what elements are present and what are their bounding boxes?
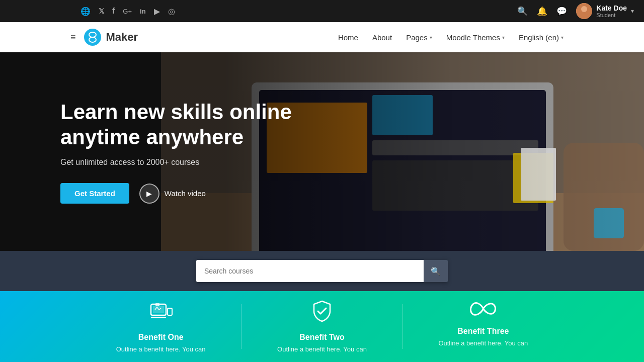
user-role: Student bbox=[596, 12, 627, 18]
benefit-two-title: Benefit Two bbox=[299, 333, 344, 342]
benefit-one: Benefit One Outline a benefit here. You … bbox=[80, 299, 241, 354]
search-button[interactable]: 🔍 bbox=[424, 260, 448, 282]
benefit-one-title: Benefit One bbox=[138, 333, 184, 342]
nav-links: Home About Pages ▾ Moodle Themes ▾ Engli… bbox=[338, 33, 564, 42]
svg-rect-20 bbox=[168, 308, 172, 315]
home-link[interactable]: Home bbox=[338, 33, 358, 42]
user-name: Kate Doe bbox=[596, 4, 627, 12]
search-icon[interactable]: 🔍 bbox=[517, 6, 528, 17]
user-menu-chevron: ▾ bbox=[631, 8, 634, 15]
search-input[interactable] bbox=[196, 260, 424, 282]
logo-icon bbox=[84, 29, 101, 46]
top-bar: 🌐 𝕏 f G+ in ▶ ◎ 🔍 🔔 💬 Kate Doe Student ▾ bbox=[0, 0, 644, 22]
twitter-icon[interactable]: 𝕏 bbox=[99, 7, 104, 15]
device-benefit-icon bbox=[149, 299, 173, 328]
benefit-one-desc: Outline a benefit here. You can bbox=[116, 345, 206, 354]
linkedin-icon[interactable]: in bbox=[140, 8, 146, 15]
shield-benefit-icon bbox=[310, 299, 334, 328]
hero-content: Learn new skills online anytime anywhere… bbox=[60, 100, 292, 204]
benefit-three: Benefit Three Outline a benefit here. Yo… bbox=[403, 299, 564, 354]
benefits-section: Benefit One Outline a benefit here. You … bbox=[0, 291, 644, 362]
svg-point-1 bbox=[581, 6, 587, 12]
hero-title: Learn new skills online anytime anywhere bbox=[60, 100, 292, 150]
message-icon[interactable]: 💬 bbox=[556, 6, 567, 17]
infinity-benefit-icon bbox=[469, 299, 497, 322]
watch-video-label: Watch video bbox=[165, 189, 206, 198]
hero-actions: Get Started ▶ Watch video bbox=[60, 183, 292, 204]
logo-text: Maker bbox=[106, 31, 138, 44]
language-dropdown[interactable]: English (en) ▾ bbox=[519, 33, 564, 42]
benefit-three-desc: Outline a benefit here. You can bbox=[438, 339, 528, 348]
svg-rect-18 bbox=[153, 306, 164, 313]
benefit-two-desc: Outline a benefit here. You can bbox=[277, 345, 367, 354]
globe-icon[interactable]: 🌐 bbox=[80, 7, 91, 16]
main-nav: ≡ Maker Home About Pages ▾ Moodle Themes… bbox=[0, 22, 644, 52]
pages-dropdown[interactable]: Pages ▾ bbox=[406, 33, 432, 42]
search-button-icon: 🔍 bbox=[431, 266, 441, 276]
benefit-three-title: Benefit Three bbox=[457, 327, 509, 336]
moodle-themes-caret: ▾ bbox=[502, 35, 505, 40]
notification-icon[interactable]: 🔔 bbox=[537, 6, 547, 17]
benefit-two: Benefit Two Outline a benefit here. You … bbox=[242, 299, 402, 354]
hamburger-menu[interactable]: ≡ bbox=[70, 32, 76, 43]
instagram-icon[interactable]: ◎ bbox=[168, 7, 175, 16]
social-links: 🌐 𝕏 f G+ in ▶ ◎ bbox=[80, 7, 175, 16]
hero-section: Learn new skills online anytime anywhere… bbox=[0, 52, 644, 251]
get-started-button[interactable]: Get Started bbox=[60, 183, 129, 204]
google-plus-icon[interactable]: G+ bbox=[123, 8, 132, 15]
youtube-icon[interactable]: ▶ bbox=[154, 7, 160, 16]
user-menu[interactable]: Kate Doe Student ▾ bbox=[576, 3, 634, 19]
logo: ≡ Maker bbox=[70, 29, 138, 46]
language-label: English (en) bbox=[519, 33, 559, 42]
about-link[interactable]: About bbox=[372, 33, 392, 42]
search-wrapper: 🔍 bbox=[196, 260, 448, 282]
hero-subtitle: Get unlimited access to 2000+ courses bbox=[60, 158, 292, 167]
user-details: Kate Doe Student bbox=[596, 4, 627, 18]
pages-label: Pages bbox=[406, 33, 428, 42]
facebook-icon[interactable]: f bbox=[112, 7, 115, 16]
search-section: 🔍 bbox=[0, 251, 644, 291]
avatar bbox=[576, 3, 592, 19]
watch-video-button[interactable]: ▶ Watch video bbox=[139, 184, 206, 204]
moodle-themes-dropdown[interactable]: Moodle Themes ▾ bbox=[446, 33, 505, 42]
benefits-grid: Benefit One Outline a benefit here. You … bbox=[80, 299, 564, 354]
language-caret: ▾ bbox=[561, 35, 564, 40]
moodle-themes-label: Moodle Themes bbox=[446, 33, 500, 42]
pages-caret: ▾ bbox=[430, 35, 432, 40]
play-icon: ▶ bbox=[139, 184, 159, 204]
top-actions: 🔍 🔔 💬 Kate Doe Student ▾ bbox=[517, 3, 634, 19]
